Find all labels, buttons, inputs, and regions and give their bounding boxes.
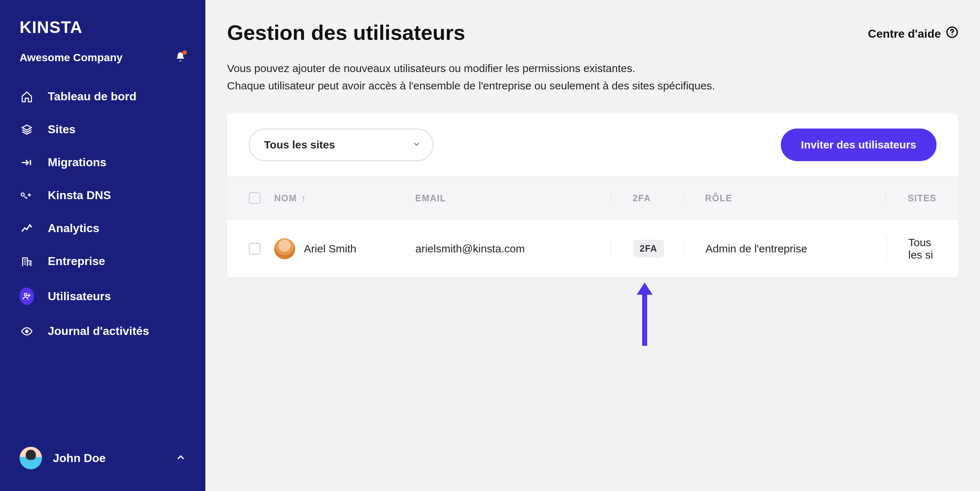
sidebar-item-label: Journal d'activités xyxy=(48,324,149,338)
user-sites-cell: Tous les si xyxy=(886,237,937,261)
brand-logo: KINSTA xyxy=(19,17,186,37)
site-filter-input[interactable] xyxy=(249,129,433,161)
user-role-cell: Admin de l'entreprise xyxy=(683,243,886,255)
bell-icon xyxy=(175,57,186,64)
column-header-role[interactable]: RÔLE xyxy=(683,193,886,203)
sidebar-item-dashboard[interactable]: Tableau de bord xyxy=(12,81,193,112)
sidebar-footer: John Doe xyxy=(0,441,205,491)
main-content: Gestion des utilisateurs Centre d'aide V… xyxy=(205,0,980,491)
twofa-badge: 2FA xyxy=(633,240,664,257)
sidebar-nav: Tableau de bord Sites Migrations Kinsta … xyxy=(0,81,205,346)
help-center-label: Centre d'aide xyxy=(868,27,941,41)
sidebar-item-label: Entreprise xyxy=(48,254,105,268)
sidebar-item-users[interactable]: Utilisateurs xyxy=(12,279,193,313)
user-email-cell: arielsmith@kinsta.com xyxy=(415,243,611,255)
invite-users-button[interactable]: Inviter des utilisateurs xyxy=(781,129,937,161)
column-header-2fa[interactable]: 2FA xyxy=(611,193,683,203)
user-name-cell: Ariel Smith xyxy=(304,243,356,255)
table-header: NOM ↑ EMAIL 2FA RÔLE SITES xyxy=(227,176,958,220)
sidebar-item-migrations[interactable]: Migrations xyxy=(12,147,193,178)
column-label: NOM xyxy=(274,193,297,203)
svg-point-0 xyxy=(25,329,29,333)
analytics-icon xyxy=(19,222,34,235)
current-user-menu[interactable]: John Doe xyxy=(12,441,193,475)
sidebar-item-activity-log[interactable]: Journal d'activités xyxy=(12,316,193,346)
sidebar: KINSTA Awesome Company Tableau de bord xyxy=(0,0,205,491)
select-all-checkbox[interactable] xyxy=(249,192,260,204)
site-filter-select[interactable] xyxy=(249,129,433,161)
sidebar-item-label: Kinsta DNS xyxy=(48,189,111,202)
current-user-name: John Doe xyxy=(53,451,165,465)
user-cell: Ariel Smith xyxy=(274,238,356,259)
chevron-up-icon xyxy=(176,452,186,464)
home-icon xyxy=(19,91,34,103)
help-center-link[interactable]: Centre d'aide xyxy=(868,20,958,41)
notifications-button[interactable] xyxy=(175,51,186,64)
migration-icon xyxy=(19,156,34,169)
column-header-sites[interactable]: SITES xyxy=(886,193,937,203)
sidebar-item-dns[interactable]: Kinsta DNS xyxy=(12,180,193,211)
card-toolbar: Inviter des utilisateurs xyxy=(227,113,958,176)
row-checkbox[interactable] xyxy=(249,243,260,254)
sidebar-item-label: Analytics xyxy=(48,222,99,235)
sidebar-item-label: Tableau de bord xyxy=(48,90,137,103)
sidebar-item-sites[interactable]: Sites xyxy=(12,114,193,145)
help-icon xyxy=(946,26,958,41)
avatar xyxy=(19,447,42,469)
page-description: Vous pouvez ajouter de nouveaux utilisat… xyxy=(227,60,958,94)
sidebar-item-label: Utilisateurs xyxy=(48,290,111,303)
sidebar-item-company[interactable]: Entreprise xyxy=(12,246,193,276)
eye-icon xyxy=(19,325,34,337)
notification-dot-icon xyxy=(183,50,187,55)
column-header-email[interactable]: EMAIL xyxy=(415,193,611,203)
logo-row: KINSTA xyxy=(0,17,205,41)
sidebar-item-label: Sites xyxy=(48,123,75,136)
column-header-name[interactable]: NOM ↑ xyxy=(274,192,415,204)
page-title: Gestion des utilisateurs xyxy=(227,20,465,44)
table-row[interactable]: Ariel Smith arielsmith@kinsta.com 2FA Ad… xyxy=(227,220,958,278)
page-header: Gestion des utilisateurs Centre d'aide xyxy=(227,20,958,44)
company-row: Awesome Company xyxy=(0,41,205,81)
description-line: Chaque utilisateur peut avoir accès à l'… xyxy=(227,77,958,94)
description-line: Vous pouvez ajouter de nouveaux utilisat… xyxy=(227,60,958,77)
sort-ascending-icon: ↑ xyxy=(301,192,307,204)
building-icon xyxy=(19,255,34,268)
layers-icon xyxy=(19,124,34,136)
sidebar-item-analytics[interactable]: Analytics xyxy=(12,213,193,244)
users-icon xyxy=(19,288,34,305)
sidebar-item-label: Migrations xyxy=(48,156,107,169)
users-card: Inviter des utilisateurs NOM ↑ EMAIL 2FA… xyxy=(227,113,958,278)
user-avatar xyxy=(274,238,295,259)
dns-icon xyxy=(19,189,34,202)
company-name: Awesome Company xyxy=(19,51,123,64)
